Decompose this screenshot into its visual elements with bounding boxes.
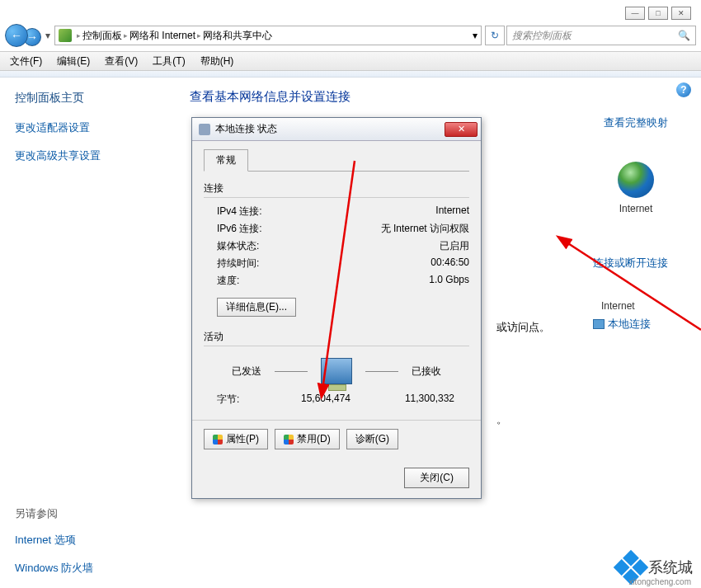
- bytes-recv-value: 11,300,332: [369, 393, 463, 407]
- shield-icon: [213, 435, 223, 445]
- sidebar-link-sharing[interactable]: 更改高级共享设置: [15, 148, 158, 163]
- dialog-titlebar[interactable]: 本地连接 状态 ✕: [192, 118, 481, 141]
- tab-general[interactable]: 常规: [204, 149, 248, 172]
- dialog-close-button[interactable]: ✕: [445, 122, 478, 137]
- access-type-label: Internet: [593, 300, 668, 312]
- shield-icon: [284, 435, 294, 445]
- navigation-bar: ← → ▾ ▸ 控制面板 ▸ 网络和 Internet ▸ 网络和共享中心 ▾ …: [5, 23, 696, 48]
- nav-history-dropdown[interactable]: ▾: [43, 24, 53, 47]
- menu-bar: 文件(F) 编辑(E) 查看(V) 工具(T) 帮助(H): [0, 51, 701, 71]
- ipv4-value: Internet: [435, 205, 469, 219]
- connect-disconnect-link[interactable]: 连接或断开连接: [593, 256, 668, 269]
- monitor-icon: [593, 319, 605, 329]
- watermark-url: xitongcheng.com: [628, 577, 691, 586]
- media-value: 已启用: [440, 239, 469, 253]
- minimize-button[interactable]: —: [625, 7, 645, 20]
- ipv6-value: 无 Internet 访问权限: [381, 222, 469, 236]
- connection-section-title: 连接: [204, 181, 469, 198]
- sidebar-link-firewall[interactable]: Windows 防火墙: [15, 561, 158, 576]
- crumb-item[interactable]: 控制面板: [82, 29, 122, 43]
- trailing-text: 。: [496, 412, 507, 427]
- ipv4-label: IPv4 连接:: [217, 205, 316, 219]
- menu-tools[interactable]: 工具(T): [153, 54, 185, 68]
- chevron-right-icon: ▸: [195, 31, 203, 40]
- see-also-title: 另请参阅: [15, 506, 158, 521]
- dialog-title-text: 本地连接 状态: [215, 122, 277, 136]
- view-full-map-link[interactable]: 查看完整映射: [604, 116, 668, 129]
- close-button[interactable]: 关闭(C): [404, 468, 469, 488]
- connection-status-dialog: 本地连接 状态 ✕ 常规 连接 IPv4 连接:Internet IPv6 连接…: [191, 117, 482, 499]
- help-icon[interactable]: ?: [676, 82, 691, 97]
- chevron-right-icon: ▸: [75, 31, 82, 40]
- media-label: 媒体状态:: [217, 239, 316, 253]
- duration-label: 持续时间:: [217, 256, 316, 270]
- menu-view[interactable]: 查看(V): [105, 54, 138, 68]
- connection-icon: [199, 124, 210, 135]
- sidebar-link-internet-options[interactable]: Internet 选项: [15, 533, 158, 548]
- activity-section-title: 活动: [204, 330, 469, 346]
- properties-button[interactable]: 属性(P): [204, 429, 268, 449]
- sidebar: 控制面板主页 更改适配器设置 更改高级共享设置 另请参阅 Internet 选项…: [0, 78, 173, 588]
- chevron-right-icon: ▸: [122, 31, 129, 40]
- watermark-text: 系统城: [648, 557, 693, 577]
- dash-line: [365, 371, 398, 372]
- sent-label: 已发送: [232, 365, 261, 379]
- back-button[interactable]: ←: [5, 24, 28, 47]
- refresh-button[interactable]: ↻: [485, 26, 505, 45]
- control-panel-icon: [59, 29, 72, 42]
- dash-line: [275, 371, 308, 372]
- menu-help[interactable]: 帮助(H): [200, 54, 234, 68]
- speed-label: 速度:: [217, 274, 316, 288]
- sidebar-title: 控制面板主页: [15, 91, 158, 106]
- search-icon: 🔍: [678, 30, 690, 41]
- disable-button[interactable]: 禁用(D): [275, 429, 340, 449]
- internet-globe-icon: [618, 162, 654, 198]
- ipv6-label: IPv6 连接:: [217, 222, 316, 236]
- breadcrumb[interactable]: ▸ 控制面板 ▸ 网络和 Internet ▸ 网络和共享中心 ▾: [54, 26, 482, 45]
- access-point-text: 或访问点。: [496, 320, 550, 335]
- menu-file[interactable]: 文件(F): [10, 54, 42, 68]
- tab-strip: 常规: [204, 149, 469, 172]
- activity-computers-icon: [321, 358, 352, 384]
- details-button[interactable]: 详细信息(E)...: [217, 298, 296, 317]
- toolbar-strip: [0, 71, 701, 78]
- local-connection-link[interactable]: 本地连接: [608, 317, 651, 332]
- bytes-sent-value: 15,604,474: [283, 393, 369, 407]
- crumb-item[interactable]: 网络和共享中心: [203, 29, 272, 43]
- search-placeholder: 搜索控制面板: [512, 29, 572, 43]
- crumb-item[interactable]: 网络和 Internet: [129, 29, 195, 43]
- breadcrumb-dropdown[interactable]: ▾: [473, 30, 478, 41]
- speed-value: 1.0 Gbps: [429, 274, 469, 288]
- bytes-label: 字节:: [217, 393, 283, 407]
- duration-value: 00:46:50: [430, 256, 469, 270]
- diagnose-button[interactable]: 诊断(G): [346, 429, 398, 449]
- search-input[interactable]: 搜索控制面板 🔍: [506, 26, 696, 45]
- internet-label: Internet: [604, 203, 668, 214]
- watermark: 系统城: [619, 555, 693, 580]
- maximize-button[interactable]: □: [648, 7, 668, 20]
- page-heading: 查看基本网络信息并设置连接: [190, 89, 685, 105]
- recv-label: 已接收: [412, 365, 441, 379]
- menu-edit[interactable]: 编辑(E): [57, 54, 90, 68]
- sidebar-link-adapter[interactable]: 更改适配器设置: [15, 120, 158, 135]
- dialog-divider: [192, 420, 481, 421]
- window-close-button[interactable]: ✕: [671, 7, 691, 20]
